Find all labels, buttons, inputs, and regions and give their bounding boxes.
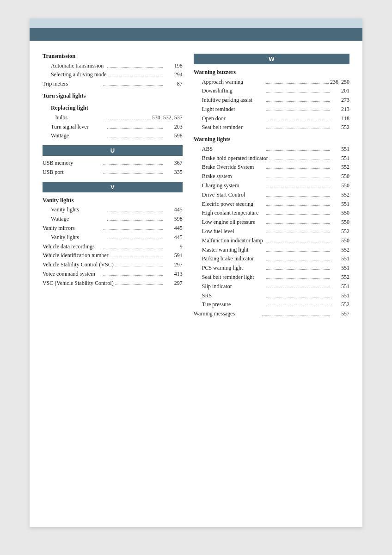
index-entry: Automatic transmission198: [43, 62, 183, 71]
index-entry: Vehicle data recordings9: [43, 242, 183, 252]
section-header-v: V: [43, 182, 183, 192]
index-entry: Brake hold operated indicator551: [194, 154, 349, 163]
index-entry: Vanity lights445: [43, 205, 183, 215]
entry-page: 552: [331, 191, 349, 200]
entry-dots: [104, 119, 150, 119]
entry-dots: [107, 211, 162, 211]
entry-dots: [103, 85, 162, 86]
entry-label: Selecting a driving mode: [51, 70, 106, 80]
index-entry: Parking brake indicator551: [194, 254, 349, 264]
entry-dots: [266, 178, 330, 178]
page: TransmissionAutomatic transmission198Sel…: [30, 18, 362, 527]
page-header: [30, 18, 362, 28]
index-entry: Intuitive parking assist273: [194, 96, 349, 105]
index-entry: Selecting a driving mode294: [43, 70, 183, 80]
entry-dots: [266, 260, 330, 260]
entry-page: 550: [331, 236, 349, 246]
index-entry: PCS warning light551: [194, 264, 349, 273]
index-entry: Charging system550: [194, 181, 349, 191]
index-entry: Electric power steering551: [194, 200, 349, 209]
entry-label: Wattage: [51, 215, 106, 224]
entry-label: Drive-Start Control: [202, 191, 265, 200]
right-column: WWarning buzzersApproach warning236, 250…: [190, 49, 349, 319]
index-entry: Turn signal lights: [43, 91, 183, 101]
index-entry: Trip meters87: [43, 80, 183, 89]
entry-dots: [115, 266, 163, 266]
entry-dots: [266, 278, 330, 279]
index-entry: Wattage598: [43, 131, 183, 141]
entry-dots: [115, 284, 163, 285]
entry-dots: [266, 187, 330, 187]
index-entry: Voice command system413: [43, 270, 183, 279]
entry-label: Approach warning: [202, 78, 265, 87]
entry-dots: [107, 137, 162, 137]
entry-page: 551: [331, 291, 349, 301]
entry-dots: [266, 288, 330, 288]
index-entry: Warning lights: [194, 134, 349, 145]
entry-label: Vanity mirrors: [43, 224, 102, 233]
index-entry: Vanity lights: [43, 195, 183, 206]
entry-dots: [103, 173, 162, 174]
entry-label: Vanity lights: [51, 233, 106, 242]
entry-dots: [266, 251, 330, 252]
entry-dots: [266, 205, 330, 206]
index-entry: High coolant temperature550: [194, 209, 349, 218]
index-entry: Replacing light: [43, 103, 183, 113]
entry-dots: [266, 92, 330, 92]
entry-page: 213: [331, 105, 349, 114]
entry-dots: [270, 160, 330, 160]
entry-page: 367: [164, 159, 183, 168]
entry-label: Low fuel level: [202, 227, 265, 236]
entry-page: 551: [331, 282, 349, 291]
entry-dots: [266, 101, 330, 102]
entry-label: Downshifting: [202, 86, 265, 96]
entry-dots: [266, 129, 330, 129]
entry-page: 550: [331, 209, 349, 218]
entry-page: 297: [164, 279, 183, 288]
entry-page: 552: [331, 227, 349, 236]
index-entry: Seat belt reminder light552: [194, 273, 349, 282]
entry-label: SRS: [202, 291, 265, 301]
index-entry: Warning buzzers: [194, 67, 349, 78]
index-entry: Downshifting201: [194, 86, 349, 96]
entry-label: Vehicle Stability Control (VSC): [43, 260, 114, 270]
entry-page: 273: [331, 96, 349, 105]
entry-page: 445: [164, 233, 183, 242]
index-entry: Warning messages557: [194, 309, 349, 319]
entry-label: High coolant temperature: [202, 209, 265, 218]
accent-bar: [30, 28, 362, 41]
entry-dots: [266, 111, 330, 111]
entry-label: Brake Override System: [202, 163, 265, 172]
entry-label: bulbs: [55, 113, 102, 123]
entry-label: Tire pressure: [202, 300, 265, 309]
entry-label: ABS: [202, 145, 265, 154]
entry-page: 445: [164, 224, 183, 233]
entry-dots: [266, 233, 330, 233]
entry-label: PCS warning light: [202, 264, 265, 273]
index-entry: Seat belt reminder552: [194, 123, 349, 132]
entry-page: 201: [331, 86, 349, 96]
entry-label: Malfunction indicator lamp: [202, 236, 265, 246]
index-entry: Open door118: [194, 114, 349, 123]
entry-label: VSC (Vehicle Stability Control): [43, 279, 114, 288]
entry-page: 598: [164, 131, 183, 141]
entry-label: Open door: [202, 114, 265, 123]
entry-label: Turn signal lever: [51, 123, 106, 132]
entry-dots: [107, 67, 162, 68]
index-entry: Vehicle identification number591: [43, 251, 183, 260]
entry-page: 598: [164, 215, 183, 224]
entry-label: USB port: [43, 168, 102, 177]
entry-dots: [266, 223, 330, 224]
entry-page: 335: [164, 168, 183, 177]
entry-label: Master warning light: [202, 246, 265, 255]
entry-page: 551: [331, 254, 349, 264]
entry-label: Intuitive parking assist: [202, 96, 265, 105]
entry-label: Seat belt reminder light: [202, 273, 265, 282]
index-entry: Drive-Start Control552: [194, 191, 349, 200]
entry-dots: [262, 315, 330, 315]
index-entry: Tire pressure552: [194, 300, 349, 309]
entry-label: Low engine oil pressure: [202, 218, 265, 227]
entry-label: Vehicle data recordings: [43, 242, 102, 252]
entry-dots: [103, 229, 162, 230]
entry-page: 552: [331, 300, 349, 309]
